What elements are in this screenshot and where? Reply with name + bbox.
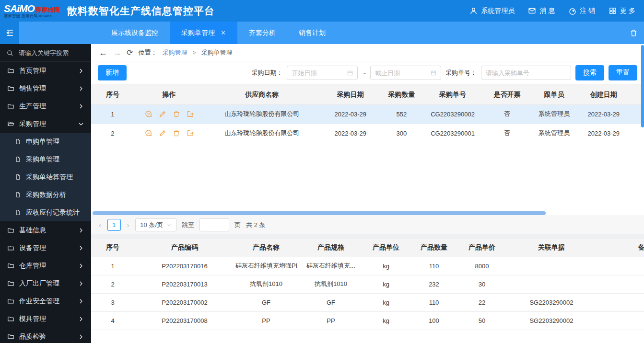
user-menu[interactable]: 系统管理员 — [469, 7, 515, 15]
cell-no: 2 — [91, 124, 134, 143]
product-row[interactable]: 2 P202203170013 抗氧剂1010 抗氧剂1010 kg 232 3… — [91, 275, 644, 293]
purchasing-submenu: 申购单管理 采购单管理 采购单结算管理 采购数据分析 应收应付记录统计 — [0, 133, 91, 221]
more-button[interactable]: 更 多 — [609, 7, 635, 15]
sidebar-collapse-button[interactable] — [0, 22, 19, 44]
search-button[interactable]: 搜索 — [575, 65, 604, 80]
cell-remark — [599, 293, 644, 311]
app-window: SAiMO 赛摩雄鹰 赛摩智能 股票代码300466 散料数智化生产线信息管控平… — [0, 0, 644, 343]
sidebar-item-factory-in-out[interactable]: 入厂出厂管理 — [0, 274, 91, 292]
breadcrumb-parent-link[interactable]: 采购管理 — [162, 48, 187, 57]
cell-product-unit: kg — [364, 311, 408, 330]
cell-product-unit: kg — [364, 275, 408, 293]
sidebar-item-warehouse[interactable]: 仓库管理 — [0, 257, 91, 274]
tab-display-line-monitor[interactable]: 展示线设备监控 — [100, 22, 170, 44]
sidebar-item-production[interactable]: 生产管理 — [0, 97, 91, 115]
folder-icon — [7, 333, 14, 340]
orders-table-panel: 序号 操作 供应商名称 采购日期 采购数量 采购单号 是否开票 跟单员 创建日期 — [91, 85, 644, 234]
next-page-button[interactable]: › — [126, 221, 130, 229]
logout-button[interactable]: 注 销 — [568, 7, 595, 15]
page-size-select[interactable]: 10 条/页 — [135, 218, 176, 231]
comment-button[interactable] — [144, 110, 152, 118]
sidebar-item-purchasing[interactable]: 采购管理 — [0, 115, 91, 133]
search-input[interactable] — [18, 49, 84, 57]
order-no-field[interactable] — [481, 66, 571, 80]
forward-arrow-icon[interactable]: → — [113, 48, 121, 57]
sidebar-item-requisition-mgmt[interactable]: 申购单管理 — [0, 133, 91, 150]
col-product-spec: 产品规格 — [297, 239, 364, 257]
col-related-doc: 关联单据 — [503, 239, 599, 257]
sidebar-search[interactable] — [0, 44, 91, 62]
vertical-scrollbar-thumb[interactable] — [641, 45, 644, 127]
folder-open-icon — [7, 120, 14, 127]
cell-product-spec: GF — [297, 293, 364, 311]
sidebar-item-purchase-settlement-mgmt[interactable]: 采购单结算管理 — [0, 168, 91, 186]
order-no-input[interactable] — [481, 69, 571, 77]
reset-button[interactable]: 重置 — [609, 65, 637, 80]
sidebar-item-equipment[interactable]: 设备管理 — [0, 239, 91, 257]
col-merchandiser: 跟单员 — [531, 85, 577, 104]
delete-button[interactable] — [173, 129, 180, 137]
sidebar-item-quality-inspection[interactable]: 品质检验 — [0, 328, 91, 343]
sidebar-nav: 首页管理 销售管理 生产管理 采购管理 申购单管理 — [0, 44, 91, 343]
product-row[interactable]: 4 P202203170008 PP PP kg 100 50 SG220329… — [91, 311, 644, 330]
messages-button[interactable]: 消 息 — [528, 7, 555, 15]
date-range-tilde: ~ — [362, 69, 366, 77]
end-date-field[interactable] — [370, 66, 441, 80]
cell-merchandiser: 系统管理员 — [531, 104, 577, 124]
chevron-right-icon — [78, 316, 84, 322]
chevron-down-icon — [167, 223, 172, 228]
sidebar-item-basic-info[interactable]: 基础信息 — [0, 221, 91, 239]
document-icon — [15, 209, 21, 216]
product-row[interactable]: 3 P202203170002 GF GF kg 110 22 SG220329… — [91, 293, 644, 311]
sidebar-item-home[interactable]: 首页管理 — [0, 62, 91, 80]
calendar-icon — [347, 69, 353, 76]
back-arrow-icon[interactable]: ← — [99, 48, 107, 57]
export-button[interactable] — [187, 110, 194, 118]
document-icon — [15, 156, 21, 162]
product-row[interactable]: 1 P202203170016 硅灰石纤维填充增强PP 硅灰石纤维填充... k… — [91, 257, 644, 275]
tab-purchase-order-management[interactable]: 采购单管理 ✕ — [170, 22, 237, 44]
location-label: 位置： — [138, 48, 157, 57]
chevron-right-icon — [78, 281, 84, 286]
order-row[interactable]: 1 山东玲珑轮胎股份有限公司 2022-03-29 — [91, 104, 644, 124]
edit-button[interactable] — [159, 110, 166, 118]
cell-product-spec: 硅灰石纤维填充... — [297, 257, 364, 275]
page-number-button[interactable]: 1 — [107, 219, 121, 231]
sidebar-item-work-safety[interactable]: 作业安全管理 — [0, 292, 91, 310]
horizontal-scrollbar-thumb[interactable] — [93, 211, 546, 215]
order-row[interactable]: 2 山东玲珑轮胎股份有限公司 2022-03-29 — [91, 124, 644, 143]
refresh-icon[interactable]: ⟳ — [127, 49, 133, 57]
menu-label: 应收应付记录统计 — [26, 208, 80, 217]
sidebar-item-mold-mgmt[interactable]: 模具管理 — [0, 310, 91, 328]
add-button[interactable]: 新增 — [98, 65, 127, 80]
start-date-field[interactable] — [287, 66, 358, 80]
cell-purchase-date: 2022-03-29 — [320, 104, 381, 124]
tab-kitting-analysis[interactable]: 齐套分析 — [237, 22, 287, 44]
jump-to-page-input[interactable] — [199, 218, 229, 231]
sidebar-item-sales[interactable]: 销售管理 — [0, 80, 91, 97]
tab-sales-plan[interactable]: 销售计划 — [287, 22, 337, 44]
cell-purchase-date: 2022-03-29 — [320, 124, 381, 143]
prev-page-button[interactable]: ‹ — [98, 221, 102, 229]
cell-remark — [599, 311, 644, 330]
cell-order-no: CG2203290001 — [422, 124, 483, 143]
page-size-value: 10 条/页 — [140, 221, 163, 229]
col-no: 序号 — [91, 85, 134, 104]
export-button[interactable] — [187, 129, 194, 137]
comment-button[interactable] — [144, 129, 152, 137]
cell-created-date: 2022-03-29 — [577, 124, 630, 143]
tab-close-icon[interactable]: ✕ — [221, 29, 226, 36]
folder-icon — [7, 227, 14, 234]
sidebar-item-receivable-payable-stats[interactable]: 应收应付记录统计 — [0, 204, 91, 221]
menu-label: 设备管理 — [19, 244, 46, 252]
close-all-tabs-button[interactable] — [630, 22, 644, 44]
chevron-right-icon — [78, 263, 84, 269]
sidebar-item-purchase-data-analysis[interactable]: 采购数据分析 — [0, 186, 91, 204]
edit-button[interactable] — [159, 129, 166, 137]
cell-remark — [599, 257, 644, 275]
start-date-input[interactable] — [287, 69, 347, 77]
delete-button[interactable] — [173, 110, 180, 118]
end-date-input[interactable] — [371, 69, 430, 77]
sidebar-item-purchase-order-mgmt[interactable]: 采购单管理 — [0, 150, 91, 168]
search-icon — [6, 49, 13, 57]
